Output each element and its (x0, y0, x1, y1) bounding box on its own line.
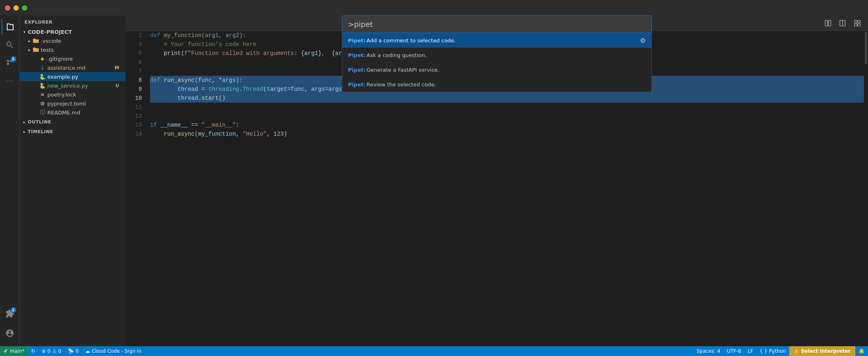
minimize-button[interactable] (13, 5, 19, 11)
command-keyword-2: Pipet: (348, 67, 366, 73)
status-language[interactable]: { } Python (756, 346, 789, 356)
status-cloud[interactable]: ☁ Cloud Code - Sign in (82, 346, 145, 356)
scrollbar-thumb (865, 32, 867, 64)
status-errors[interactable]: ⊗ 0 ⚠ 0 (38, 346, 64, 356)
files-icon (6, 22, 15, 31)
fullscreen-button[interactable] (22, 5, 27, 11)
status-remote[interactable]: 📡 0 (64, 346, 82, 356)
code-line-11 (150, 103, 864, 112)
remote-count: 0 (75, 348, 79, 354)
traffic-lights (5, 5, 27, 11)
sidebar-item-source-control[interactable]: 2 (2, 55, 18, 71)
sidebar-header: Explorer (20, 15, 126, 27)
tree-item-tests[interactable]: ▸ tests (20, 45, 126, 54)
main-layout: 2 ··· 1 Explorer ▾ CODE-PROJECT (0, 15, 868, 346)
line-num-11: 11 (126, 103, 142, 112)
command-keyword-0: Pipet: (348, 37, 366, 44)
gitignore-icon: ◆ (39, 55, 46, 62)
file-tree: ▾ CODE-PROJECT ▸ .vscode ▸ tests (20, 27, 126, 346)
command-palette: Pipet: Add a comment to selected code. ⚙… (342, 15, 652, 92)
chevron-right-outline-icon: ▸ (21, 119, 28, 125)
tree-label-assistance: assistance.md (47, 65, 115, 71)
gear-icon[interactable]: ⚙ (640, 37, 646, 44)
layout-toggle-button[interactable] (822, 18, 834, 29)
tree-item-new-service[interactable]: ▸ 🐍 new_service.py U (20, 81, 126, 90)
status-sync[interactable]: ↻ (28, 346, 38, 356)
tree-label-pyproject: pyproject.toml (47, 101, 122, 107)
command-item-2[interactable]: Pipet: Generate a FastAPI service. (342, 62, 651, 77)
line-num-12: 12 (126, 112, 142, 121)
tree-item-assistance[interactable]: ▸ ↓ assistance.md M (20, 63, 126, 72)
activity-bar: 2 ··· 1 (0, 15, 20, 346)
command-label-2: Generate a FastAPI service. (367, 67, 439, 73)
status-branch[interactable]: main* (0, 346, 28, 356)
section-outline-label: OUTLINE (28, 119, 51, 125)
panel-layout-icon (825, 20, 831, 26)
sidebar-item-explorer[interactable] (2, 19, 18, 35)
status-interpreter[interactable]: ⚠ Select Interpreter (789, 346, 855, 356)
chevron-right-icon: ▸ (26, 37, 33, 44)
tree-label-poetry-lock: poetry.lock (47, 92, 122, 98)
line-num-4: 4 (126, 40, 142, 49)
close-button[interactable] (5, 5, 10, 11)
project-name: CODE-PROJECT (28, 29, 122, 35)
line-numbers: 3 4 5 6 7 8 9 10 11 12 13 14 (126, 31, 146, 346)
command-item-0[interactable]: Pipet: Add a comment to selected code. ⚙ (342, 33, 651, 48)
tree-label-gitignore: .gitignore (47, 56, 122, 62)
title-bar (0, 0, 868, 15)
branch-label: main* (10, 348, 24, 354)
sidebar: Explorer ▾ CODE-PROJECT ▸ .vscode ▸ (20, 15, 126, 346)
tree-item-example-py[interactable]: ▸ 🐍 example.py (20, 72, 126, 81)
error-count: 0 (47, 348, 51, 354)
sidebar-item-more[interactable]: ··· (2, 73, 18, 89)
command-item-3[interactable]: Pipet: Review the selected code. (342, 77, 651, 92)
line-num-7: 7 (126, 67, 142, 76)
sidebar-item-search[interactable] (2, 37, 18, 53)
bell-icon: 🔔 (859, 348, 865, 354)
error-icon: ⊗ (42, 348, 46, 354)
line-num-13: 13 (126, 121, 142, 130)
command-input-wrapper (342, 15, 652, 33)
command-input[interactable] (342, 16, 651, 33)
command-item-1[interactable]: Pipet: Ask a coding question. (342, 48, 651, 62)
editor-scrollbar[interactable] (864, 31, 868, 346)
source-control-badge: 2 (11, 56, 16, 62)
python-icon: 🐍 (39, 73, 46, 80)
tree-item-readme[interactable]: ▸ ⓘ README.md (20, 108, 126, 117)
section-timeline[interactable]: ▸ TIMELINE (20, 127, 126, 136)
folder-icon (33, 37, 39, 44)
status-line-ending[interactable]: LF (744, 346, 757, 356)
line-num-14: 14 (126, 130, 142, 138)
status-encoding[interactable]: UTF-8 (724, 346, 744, 356)
search-icon (5, 40, 14, 49)
sidebar-item-account[interactable] (2, 325, 18, 341)
tree-label-example-py: example.py (47, 74, 122, 80)
layout-icon (854, 20, 861, 26)
account-icon (5, 329, 14, 338)
tree-item-poetry-lock[interactable]: ▸ ≡ poetry.lock (20, 90, 126, 99)
editor-area: Pipet: Add a comment to selected code. ⚙… (126, 15, 868, 346)
command-dropdown: Pipet: Add a comment to selected code. ⚙… (342, 33, 652, 92)
status-spaces[interactable]: Spaces: 4 (693, 346, 724, 356)
status-bar: main* ↻ ⊗ 0 ⚠ 0 📡 0 ☁ Cloud Code - Sign … (0, 346, 868, 356)
section-outline[interactable]: ▸ OUTLINE (20, 117, 126, 127)
project-root[interactable]: ▾ CODE-PROJECT (20, 27, 126, 36)
line-num-5: 5 (126, 49, 142, 58)
settings-icon: ⚙ (39, 100, 46, 107)
tree-label-tests: tests (41, 47, 122, 53)
tree-item-gitignore[interactable]: ▸ ◆ .gitignore (20, 54, 126, 63)
line-num-3: 3 (126, 31, 142, 40)
customize-layout-button[interactable] (852, 18, 863, 29)
status-notification[interactable]: 🔔 (855, 346, 868, 356)
split-editor-button[interactable] (837, 18, 848, 29)
tree-label-new-service: new_service.py (47, 83, 115, 89)
tree-label-readme: README.md (47, 110, 122, 116)
tree-item-pyproject[interactable]: ▸ ⚙ pyproject.toml (20, 99, 126, 108)
tree-item-vscode[interactable]: ▸ .vscode (20, 36, 126, 45)
tree-badge-u: U (115, 83, 122, 88)
svg-rect-4 (855, 20, 857, 23)
warning-count: 0 (58, 348, 62, 354)
tree-badge-m: M (115, 65, 122, 70)
sidebar-item-extensions[interactable]: 1 (2, 305, 18, 322)
command-label-0: Add a comment to selected code. (367, 37, 456, 44)
